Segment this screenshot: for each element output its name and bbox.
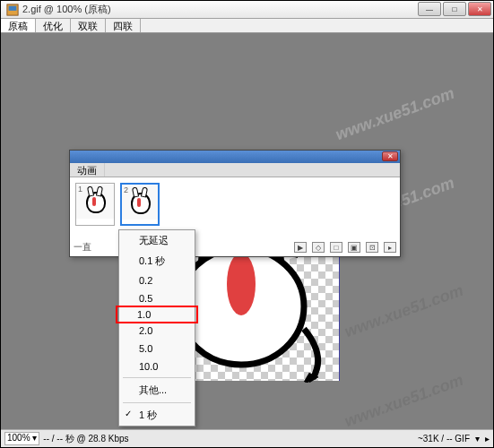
menu-nodelay[interactable]: 无延迟 xyxy=(119,230,195,251)
watermark: www.xue51.com xyxy=(333,84,456,144)
loop-label: 一直 xyxy=(74,241,91,254)
menu-other[interactable]: 其他... xyxy=(119,380,195,401)
statusbar: 100% ▾ -- / -- 秒 @ 28.8 Kbps ~31K / -- G… xyxy=(1,429,493,447)
dupframe-icon[interactable]: ▣ xyxy=(348,242,360,253)
tab-optimize[interactable]: 优化 xyxy=(36,19,71,32)
watermark: www.xue51.com xyxy=(342,281,465,341)
chevron-right-icon[interactable]: ▸ xyxy=(485,434,490,444)
watermark: www.xue51.com xyxy=(342,371,465,429)
tween-icon[interactable]: ◇ xyxy=(312,242,325,253)
menu-current[interactable]: ✓ 1 秒 xyxy=(119,405,195,426)
chevron-down-icon[interactable]: ▾ xyxy=(475,434,480,444)
close-button[interactable]: ✕ xyxy=(468,2,491,16)
status-rate: -- / -- 秒 @ 28.8 Kbps xyxy=(43,433,128,445)
bunny-thumb-icon xyxy=(126,189,153,216)
zoom-select[interactable]: 100% ▾ xyxy=(4,432,39,445)
frame-2[interactable]: 2 xyxy=(120,183,160,226)
tab-4up[interactable]: 四联 xyxy=(106,19,141,32)
panel-close-button[interactable]: ✕ xyxy=(382,151,398,161)
bunny-thumb-icon xyxy=(82,188,108,215)
menu-separator xyxy=(123,402,191,403)
tab-2up[interactable]: 双联 xyxy=(71,19,106,32)
menu-separator xyxy=(123,377,191,378)
menu-icon[interactable]: ▸ xyxy=(384,242,396,253)
delframe-icon[interactable]: ⊡ xyxy=(366,242,378,253)
play-icon[interactable]: ▶ xyxy=(294,242,307,253)
doc-tabbar: 原稿 优化 双联 四联 xyxy=(1,19,493,33)
menu-5-0s[interactable]: 5.0 xyxy=(119,340,195,358)
menu-10-0s[interactable]: 10.0 xyxy=(119,358,195,375)
check-icon: ✓ xyxy=(125,409,132,418)
svg-rect-1 xyxy=(9,5,17,10)
app-icon xyxy=(6,4,19,16)
status-size: ~31K / -- GIF xyxy=(418,434,470,444)
menu-2-0s[interactable]: 2.0 xyxy=(119,322,195,340)
delay-menu: 无延迟 0.1 秒 0.2 0.5 1.0 2.0 5.0 10.0 其他...… xyxy=(118,229,195,426)
menu-0-5s[interactable]: 0.5 xyxy=(119,289,195,307)
panel-tab-animation[interactable]: 动画 xyxy=(70,163,105,177)
frame-1[interactable]: 1 xyxy=(75,183,115,226)
titlebar: 2.gif @ 100% (原稿) — □ ✕ xyxy=(1,1,493,19)
newframe-icon[interactable]: □ xyxy=(330,242,342,253)
minimize-button[interactable]: — xyxy=(418,2,441,16)
window-title: 2.gif @ 100% (原稿) xyxy=(22,3,111,16)
svg-point-3 xyxy=(227,253,256,315)
tab-original[interactable]: 原稿 xyxy=(1,19,36,32)
menu-1-0s[interactable]: 1.0 xyxy=(116,306,198,323)
panel-titlebar[interactable]: ✕ xyxy=(70,151,400,163)
maximize-button[interactable]: □ xyxy=(443,2,466,16)
menu-0-1s[interactable]: 0.1 秒 xyxy=(119,251,195,271)
menu-0-2s[interactable]: 0.2 xyxy=(119,271,195,289)
canvas-area: www.xue51.com www.xue51.com www.xue51.co… xyxy=(1,33,493,429)
